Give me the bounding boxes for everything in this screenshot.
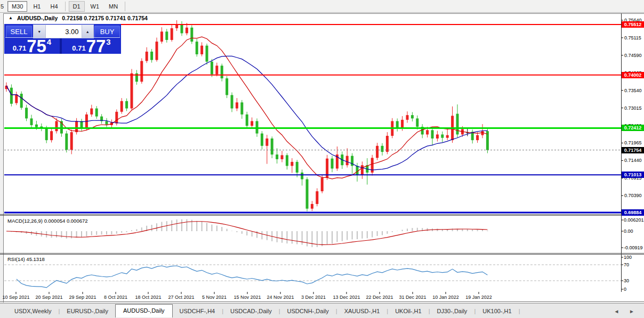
date-label: 10 Sep 2021 [2,295,29,300]
price-tick-label: 0.75115 [624,35,641,40]
buy-price-sup: 3 [106,37,110,46]
date-label: 27 Oct 2021 [168,295,194,300]
date-label: 29 Sep 2021 [69,295,96,300]
date-label: 19 Jan 2022 [465,295,492,300]
date-label: 18 Oct 2021 [135,295,161,300]
price-tick-label: 0.70390 [624,193,642,198]
chart-ohlc-values: 0.72158 0.72175 0.71741 0.71754 [62,15,148,21]
price-tag-0.72412: 0.72412 [622,125,644,131]
chart-titlebar: ▲ AUDUSD-,Daily 0.72158 0.72175 0.71741 … [9,14,148,22]
tab-uk100-h1[interactable]: UK100-,H1 [476,306,518,316]
sell-price-sup: 4 [47,37,51,46]
sell-price-prefix: 0.71 [13,44,26,52]
volume-increase-button[interactable]: ▲ [82,25,94,38]
rsi-axis-label: 0 [624,287,626,292]
tab-scroll-arrows[interactable]: ◄ ► [614,308,639,314]
price-tag-0.69884: 0.69884 [622,209,644,216]
tab-audusd-daily[interactable]: AUDUSD-,Daily [115,304,173,317]
date-label: 31 Dec 2021 [399,295,426,300]
chart-bottom-border [0,301,644,302]
date-label: 3 Dec 2021 [301,295,326,300]
rsi-axis-label: 70 [624,262,629,267]
rsi-axis-label: 100 [624,255,632,260]
date-label: 10 Jan 2022 [432,295,459,300]
collapse-triangle-icon[interactable]: ▲ [9,15,13,21]
tab-xauusd-h1[interactable]: XAUUSD-,H1 [337,306,387,316]
buy-price-big: 77 [86,38,106,54]
rsi-label: RSI(14) 45.1318 [7,256,45,262]
macd-label: MACD(12,26,9) 0.000054 0.000672 [7,218,88,224]
price-tick-label: 0.71440 [624,158,642,163]
volume-input[interactable] [46,25,82,38]
rsi-axis-label: 30 [624,278,629,283]
tab-separator: | [519,308,520,314]
chart-symbol-title: AUDUSD-,Daily [17,15,58,21]
buy-price-display[interactable]: 0.71 77 3 [62,38,121,54]
price-tag-0.74002: 0.74002 [622,72,644,78]
date-label: 20 Sep 2021 [35,295,62,300]
volume-decrease-button[interactable]: ▼ [34,25,46,38]
volume-spinner: ▼ ▲ [33,25,94,38]
macd-axis-label: 0.006201 [624,217,644,223]
tab-ukoil-h1[interactable]: UKOil-,H1 [388,306,429,316]
tab-usdx-weekly[interactable]: USDX,Weekly [7,306,58,316]
tabs: USDX,Weekly|EURUSD-,DailyAUDUSD-,DailyUS… [7,305,520,317]
macd-axis-label: -0.00919 [624,245,643,250]
date-label: 13 Dec 2021 [333,295,360,300]
date-label: 15 Nov 2021 [234,295,261,300]
tab-dj30-daily[interactable]: DJ30-,Daily [430,306,474,316]
pane-splitter[interactable] [0,254,644,255]
price-tag-0.71013: 0.71013 [622,172,644,178]
price-tag-0.75512: 0.75512 [622,21,644,28]
sell-price-display[interactable]: 0.71 75 4 [4,38,60,54]
price-tick-label: 0.73015 [624,105,642,111]
date-label: 5 Nov 2021 [202,295,227,300]
price-tick-label: 0.74590 [624,53,642,58]
chart-tab-bar: USDX,Weekly|EURUSD-,DailyAUDUSD-,DailyUS… [0,303,644,318]
price-tick-label: 0.71965 [624,140,642,145]
buy-price-prefix: 0.71 [72,44,85,52]
pane-splitter[interactable] [0,215,644,216]
tab-eurusd-daily[interactable]: EURUSD-,Daily [60,306,115,316]
date-label: 22 Dec 2021 [366,295,393,300]
date-label: 8 Oct 2021 [104,295,127,300]
price-tag-0.71754: 0.71754 [622,147,644,153]
pane-splitter[interactable] [0,214,644,215]
macd-axis-label: 0.00 [624,229,633,234]
one-click-trade-panel: SELL BUY ▼ ▲ 0.71 75 4 0.71 77 3 [4,24,121,54]
tab-usdchf-h4[interactable]: USDCHF-,H4 [173,306,222,316]
pane-splitter[interactable] [0,253,644,254]
mt4-window: 5 M30H1H4D1W1MN ▲ AUDUSD-,Daily 0.72158 … [0,0,644,318]
sell-price-big: 75 [27,38,46,54]
tab-usdcnh-daily[interactable]: USDCNH-,Daily [280,306,336,316]
tab-usdcad-daily[interactable]: USDCAD-,Daily [223,306,279,316]
price-tick-label: 0.73540 [624,88,642,93]
date-label: 24 Nov 2021 [267,295,294,300]
